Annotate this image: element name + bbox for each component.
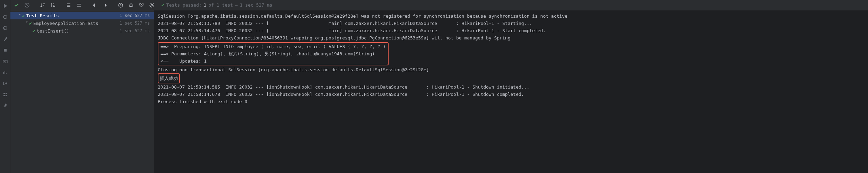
tree-root[interactable]: ˅ ✔ Test Results 1 sec 527 ms xyxy=(10,12,154,19)
separator xyxy=(113,2,113,8)
log-line: Process finished with exit code 0 xyxy=(158,98,865,105)
log-line: 插入成功 xyxy=(158,73,865,83)
log-line: 2021-08-07 21:58:14.585 INFO 20032 --- [… xyxy=(158,83,865,91)
content-row: ˅ ✔ Test Results 1 sec 527 ms ˅ ✔ Employ… xyxy=(10,10,868,173)
check-icon: ✔ xyxy=(22,13,25,18)
highlight-box: 插入成功 xyxy=(158,73,180,83)
history-button[interactable] xyxy=(116,1,125,9)
svg-rect-4 xyxy=(3,93,5,94)
svg-rect-2 xyxy=(3,60,7,63)
test-tree: ˅ ✔ Test Results 1 sec 527 ms ˅ ✔ Employ… xyxy=(10,10,154,173)
svg-rect-7 xyxy=(6,95,7,96)
pin-icon[interactable] xyxy=(2,102,8,109)
chevron-down-icon[interactable]: ˅ xyxy=(24,21,29,26)
tree-method[interactable]: ✔ testInsert() 1 sec 527 ms xyxy=(10,27,154,35)
log-line: ==> Preparing: INSERT INTO employee ( id… xyxy=(160,43,386,50)
log-line: 2021-08-07 21:58:14.476 INFO 20032 --- [… xyxy=(158,27,865,34)
svg-rect-6 xyxy=(3,95,5,96)
log-line: JDBC Connection [HikariProxyConnection@8… xyxy=(158,34,865,42)
refresh-icon[interactable] xyxy=(2,25,8,31)
svg-point-10 xyxy=(151,4,153,6)
tree-class-label: EmployeeApplicationTests xyxy=(33,21,120,26)
status-time: 1 sec 527 ms xyxy=(240,2,272,8)
tree-class-time: 1 sec 527 ms xyxy=(120,21,152,26)
separator xyxy=(35,2,35,8)
check-icon: ✔ xyxy=(29,21,32,26)
tree-root-time: 1 sec 527 ms xyxy=(120,13,152,18)
separator xyxy=(87,2,87,8)
main-area: ✔ Tests passed: 1 of 1 test – 1 sec 527 … xyxy=(10,0,868,173)
status-dash: – xyxy=(235,2,238,8)
log-line: 2021-08-07 21:58:14.678 INFO 20032 --- [… xyxy=(158,91,865,98)
next-failed-button[interactable] xyxy=(101,1,109,9)
test-status-bar: ✔ Tests passed: 1 of 1 test – 1 sec 527 … xyxy=(162,2,272,8)
chart-icon[interactable] xyxy=(2,69,8,75)
tree-method-label: testInsert() xyxy=(37,28,120,34)
debug-icon[interactable] xyxy=(2,14,8,20)
show-ignored-button[interactable] xyxy=(23,1,31,9)
tree-class[interactable]: ˅ ✔ EmployeeApplicationTests 1 sec 527 m… xyxy=(10,19,154,27)
highlight-box: ==> Preparing: INSERT INTO employee ( id… xyxy=(158,42,389,65)
check-icon: ✔ xyxy=(33,28,35,34)
grid-icon[interactable] xyxy=(2,91,8,98)
export-button[interactable] xyxy=(137,1,146,9)
chevron-down-icon[interactable]: ˅ xyxy=(17,13,22,18)
log-line: 2021-08-07 21:58:13.780 INFO 20032 --- [… xyxy=(158,20,865,27)
svg-rect-1 xyxy=(4,49,7,52)
check-icon: ✔ xyxy=(162,2,164,8)
svg-point-0 xyxy=(3,15,7,19)
prev-failed-button[interactable] xyxy=(90,1,99,9)
log-line: <== Updates: 1 xyxy=(160,57,386,65)
settings-button[interactable] xyxy=(148,1,156,9)
left-tool-sidebar xyxy=(0,0,10,173)
test-toolbar: ✔ Tests passed: 1 of 1 test – 1 sec 527 … xyxy=(10,0,868,10)
run-icon[interactable] xyxy=(2,3,8,9)
collapse-all-button[interactable] xyxy=(75,1,83,9)
log-line: Closing non transactional SqlSession [or… xyxy=(158,66,865,73)
separator xyxy=(61,2,61,8)
tree-method-time: 1 sec 527 ms xyxy=(120,28,152,33)
status-of: of 1 test xyxy=(208,2,233,8)
svg-point-3 xyxy=(5,61,6,62)
import-button[interactable] xyxy=(127,1,135,9)
show-passed-button[interactable] xyxy=(12,1,21,9)
tree-root-label: Test Results xyxy=(26,13,120,18)
status-count: 1 xyxy=(204,2,207,8)
sort-down-button[interactable] xyxy=(38,1,47,9)
log-line: ==> Parameters: 4(Long), 赵六(String), 男(S… xyxy=(160,50,386,57)
exit-icon[interactable] xyxy=(2,80,8,86)
status-label: Tests passed: xyxy=(166,2,202,8)
wrench-icon[interactable] xyxy=(2,36,8,42)
log-line: SqlSession [org.apache.ibatis.session.de… xyxy=(158,12,865,20)
expand-all-button[interactable] xyxy=(64,1,73,9)
svg-rect-5 xyxy=(6,93,7,94)
sort-up-button[interactable] xyxy=(49,1,57,9)
camera-icon[interactable] xyxy=(2,58,8,64)
console-output[interactable]: SqlSession [org.apache.ibatis.session.de… xyxy=(154,10,868,173)
stop-icon[interactable] xyxy=(2,47,8,53)
